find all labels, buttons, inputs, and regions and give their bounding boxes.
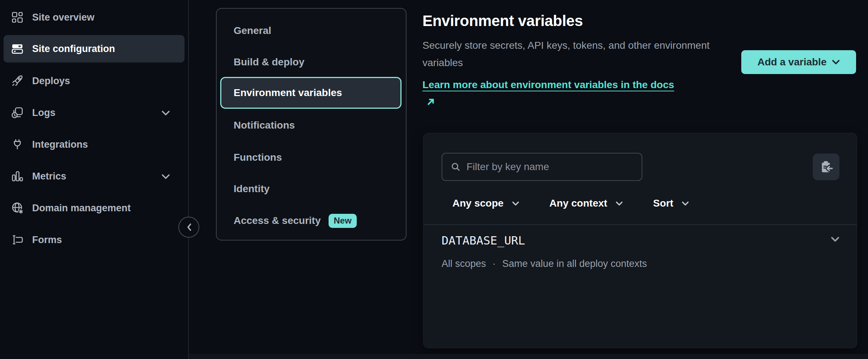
logs-icon — [11, 106, 24, 119]
next-section-edge — [189, 354, 868, 359]
tab-general[interactable]: General — [217, 15, 406, 47]
add-variable-label: Add a variable — [758, 56, 826, 68]
tab-functions[interactable]: Functions — [217, 142, 406, 173]
sidebar-item-logs[interactable]: Logs — [4, 99, 185, 126]
meta-separator: · — [492, 258, 496, 269]
variable-key: DATABASE_URL — [442, 234, 525, 247]
chevron-down-icon — [682, 201, 689, 206]
sidebar-item-label: Forms — [32, 234, 62, 246]
sidebar-item-site-configuration[interactable]: Site configuration — [4, 35, 185, 62]
plug-icon — [11, 138, 24, 151]
tab-notifications[interactable]: Notifications — [217, 109, 406, 141]
tab-label: Environment variables — [234, 87, 342, 99]
sidebar-divider — [188, 0, 189, 359]
clipboard-import-icon — [819, 160, 833, 174]
rocket-icon — [11, 74, 24, 87]
chevron-down-icon — [161, 171, 170, 182]
sidebar-item-forms[interactable]: Forms — [4, 226, 185, 254]
tab-access-security[interactable]: Access & security New — [217, 205, 406, 237]
sidebar-item-label: Metrics — [32, 171, 66, 182]
sidebar-item-domain-management[interactable]: Domain management — [4, 194, 185, 222]
tab-label: Identity — [234, 183, 270, 195]
sidebar-item-label: Site overview — [32, 12, 95, 23]
sidebar-collapse-button[interactable] — [178, 217, 199, 238]
forms-icon — [11, 233, 24, 246]
environment-variables-page: Site overview Site configuration Deploys… — [0, 0, 868, 359]
filter-search-box — [442, 153, 642, 181]
variable-scopes: All scopes — [442, 258, 486, 269]
search-icon — [450, 161, 461, 172]
sidebar-item-label: Site configuration — [32, 43, 115, 55]
tab-identity[interactable]: Identity — [217, 173, 406, 205]
server-icon — [11, 42, 24, 55]
variable-row[interactable]: DATABASE_URL All scopes · Same value in … — [424, 225, 857, 279]
chevron-down-icon — [616, 201, 623, 206]
sidebar-item-label: Domain management — [32, 203, 131, 214]
sidebar-item-label: Deploys — [32, 75, 70, 87]
chevron-down-icon — [512, 201, 519, 206]
sort-filter-label: Sort — [653, 198, 673, 209]
variable-contexts: Same value in all deploy contexts — [502, 258, 647, 269]
chevron-down-icon — [831, 237, 839, 242]
settings-nav-panel: General Build & deploy Environment varia… — [216, 8, 407, 241]
docs-link[interactable]: Learn more about environment variables i… — [422, 76, 686, 111]
chevron-down-icon — [161, 107, 170, 118]
tab-build-deploy[interactable]: Build & deploy — [217, 46, 406, 78]
import-env-button[interactable] — [813, 153, 839, 180]
sidebar-item-deploys[interactable]: Deploys — [4, 67, 185, 95]
globe-icon — [11, 202, 24, 215]
tab-label: Access & security — [234, 215, 321, 226]
tab-label: Functions — [234, 152, 282, 163]
tab-environment-variables[interactable]: Environment variables — [220, 77, 402, 109]
sidebar-item-integrations[interactable]: Integrations — [4, 131, 185, 158]
tab-label: General — [234, 25, 271, 36]
external-link-icon — [426, 97, 435, 107]
chevron-down-icon — [832, 60, 840, 65]
chevron-left-icon — [186, 223, 192, 231]
variable-meta: All scopes · Same value in all deploy co… — [442, 258, 647, 269]
sidebar-item-metrics[interactable]: Metrics — [4, 163, 185, 190]
filter-input[interactable] — [466, 161, 634, 173]
page-title: Environment variables — [422, 12, 583, 30]
expand-variable-chevron[interactable] — [831, 237, 839, 243]
site-sidebar: Site overview Site configuration Deploys… — [0, 0, 188, 359]
context-filter[interactable]: Any context — [550, 198, 623, 209]
sort-filter[interactable]: Sort — [653, 198, 689, 209]
grid-icon — [11, 11, 24, 24]
context-filter-label: Any context — [550, 198, 607, 209]
scope-filter-label: Any scope — [452, 198, 504, 209]
add-variable-button[interactable]: Add a variable — [741, 50, 856, 74]
page-description: Securely store secrets, API keys, tokens… — [422, 37, 715, 72]
metrics-icon — [11, 170, 24, 183]
sidebar-item-label: Integrations — [32, 139, 88, 150]
new-badge: New — [329, 214, 356, 228]
sidebar-item-site-overview[interactable]: Site overview — [4, 4, 185, 31]
tab-label: Notifications — [234, 120, 295, 131]
sidebar-item-label: Logs — [32, 107, 56, 118]
env-vars-card: Any scope Any context Sort DATABASE_URL … — [423, 133, 857, 348]
filter-bar: Any scope Any context Sort — [452, 194, 689, 213]
tab-label: Build & deploy — [234, 56, 304, 68]
scope-filter[interactable]: Any scope — [452, 198, 519, 209]
docs-link-label: Learn more about environment variables i… — [422, 79, 674, 90]
